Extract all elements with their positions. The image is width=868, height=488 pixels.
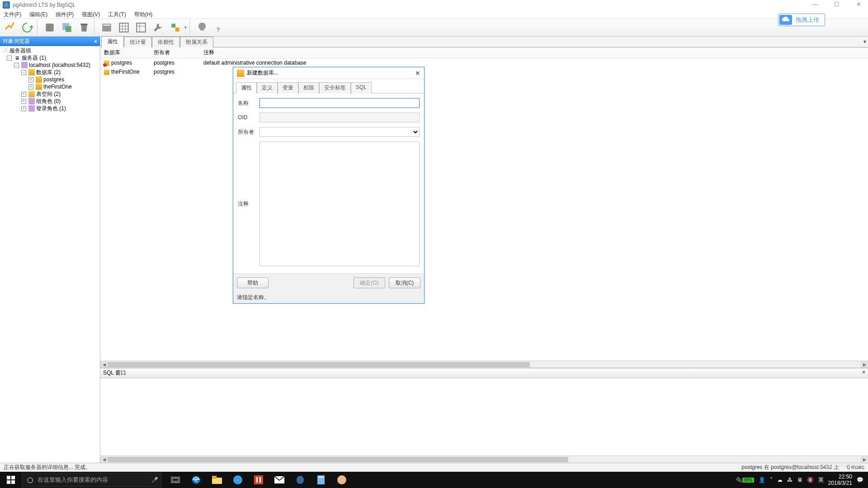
owner-select[interactable]: [259, 127, 420, 137]
comment-textarea[interactable]: [259, 141, 420, 266]
scroll-left-icon[interactable]: ◀: [100, 456, 108, 463]
taskbar-search[interactable]: ◯ 在这里输入你要搜索的内容 🎤: [22, 473, 162, 487]
expand-icon[interactable]: +: [21, 99, 26, 104]
cancel-button[interactable]: 取消(C): [389, 277, 420, 288]
panel-close-icon[interactable]: ×: [94, 38, 97, 45]
grid-body[interactable]: postgres postgres default administrative…: [100, 58, 868, 361]
dtab-privileges[interactable]: 权限: [298, 82, 319, 94]
scroll-right-icon[interactable]: ▶: [861, 456, 868, 463]
minimize-icon[interactable]: —: [809, 1, 821, 8]
tree-login-roles[interactable]: 登录角色 (1): [36, 105, 66, 113]
tb-hint-icon[interactable]: [194, 20, 210, 35]
tray-onedrive-icon[interactable]: ☁: [777, 477, 783, 483]
tree-db-firstone[interactable]: theFirstOne: [43, 84, 72, 90]
expand-icon[interactable]: +: [21, 92, 26, 97]
table-row[interactable]: postgres postgres default administrative…: [100, 58, 868, 67]
taskbar-clock[interactable]: 22:50 2018/3/21: [828, 474, 852, 487]
tab-statistics[interactable]: 统计量: [124, 37, 152, 47]
menu-tools[interactable]: 工具(T): [108, 11, 126, 19]
cortana-icon[interactable]: ◯: [22, 477, 38, 483]
menu-file[interactable]: 文件(F): [4, 11, 21, 19]
menu-edit[interactable]: 编辑(E): [29, 11, 47, 19]
tb-filter-icon[interactable]: [133, 20, 149, 35]
scroll-right-icon[interactable]: ▶: [861, 361, 868, 368]
tree-db-postgres[interactable]: postgres: [43, 76, 64, 83]
tb-plugin-icon[interactable]: [167, 20, 184, 35]
dtab-properties[interactable]: 属性: [236, 82, 257, 94]
horizontal-scrollbar[interactable]: ◀ ▶: [100, 455, 868, 463]
scrollbar-thumb[interactable]: [108, 457, 568, 462]
tab-properties[interactable]: 属性: [101, 36, 124, 47]
tree-tablespaces[interactable]: 表空间 (2): [36, 90, 61, 98]
menu-help[interactable]: 帮助(H): [134, 11, 153, 19]
dialog-close-icon[interactable]: ✕: [415, 70, 420, 77]
tb-properties-icon[interactable]: [42, 20, 58, 35]
tray-chevron-icon[interactable]: ˄: [770, 477, 773, 483]
tb-wrench-icon[interactable]: [150, 20, 166, 35]
app-icon-blue[interactable]: [228, 472, 248, 488]
start-button[interactable]: [2, 472, 20, 488]
edge-icon[interactable]: [186, 472, 206, 488]
menu-view[interactable]: 视图(V): [82, 11, 100, 19]
tree-group-roles[interactable]: 组角色 (0): [36, 98, 61, 105]
tb-connect-icon[interactable]: [2, 20, 18, 35]
dtab-security[interactable]: 安全标签: [319, 82, 351, 94]
maximize-icon[interactable]: ☐: [831, 1, 843, 8]
dtab-variables[interactable]: 变量: [278, 82, 298, 94]
scrollbar-thumb[interactable]: [108, 362, 530, 367]
tray-display-icon[interactable]: 🖥: [797, 477, 802, 483]
app-icon-red[interactable]: [249, 472, 269, 488]
expand-icon[interactable]: +: [21, 106, 26, 111]
col-database[interactable]: 数据库: [100, 47, 150, 58]
tb-delete-icon[interactable]: [76, 20, 92, 35]
mail-icon[interactable]: [269, 472, 289, 488]
expand-icon[interactable]: −: [14, 63, 19, 68]
dtab-definition[interactable]: 定义: [257, 82, 278, 94]
explorer-icon[interactable]: [207, 472, 227, 488]
tree-databases[interactable]: 数据库 (2): [36, 69, 61, 76]
dtab-sql[interactable]: SQL: [351, 82, 372, 94]
tree-localhost[interactable]: localhost (localhost:5432): [29, 62, 90, 68]
tb-refresh-icon[interactable]: [19, 20, 35, 35]
horizontal-scrollbar[interactable]: ◀ ▶: [100, 361, 868, 368]
name-input[interactable]: [259, 98, 420, 108]
menu-plugins[interactable]: 插件(P): [56, 11, 74, 19]
tray-people-icon[interactable]: 👤: [759, 477, 765, 483]
tabstrip-overflow-icon[interactable]: ▾: [863, 38, 866, 45]
tray-ime[interactable]: 英: [818, 476, 824, 484]
col-comment[interactable]: 注释: [200, 47, 868, 58]
tb-help-icon[interactable]: ?: [211, 20, 227, 35]
expand-icon[interactable]: −: [7, 56, 12, 61]
panel-close-icon[interactable]: ×: [862, 369, 865, 377]
tree-servers[interactable]: 服务器 (1): [22, 54, 46, 62]
tb-dropdown-arrow[interactable]: ▼: [184, 25, 188, 30]
tab-dependents[interactable]: 附属关系: [180, 37, 213, 47]
system-tray[interactable]: 🔌98% 👤 ˄ ☁ 🖧 🖥 🔇 英 22:50 2018/3/21 💬: [736, 474, 866, 487]
tb-new-icon[interactable]: [59, 20, 75, 35]
pgadmin-taskbar-icon[interactable]: [290, 472, 310, 488]
tb-grid-icon[interactable]: [116, 20, 132, 35]
expand-icon[interactable]: +: [28, 84, 33, 89]
taskview-icon[interactable]: [165, 472, 185, 488]
col-owner[interactable]: 所有者: [150, 47, 200, 58]
close-icon[interactable]: ✕: [853, 1, 864, 8]
tree-server-group[interactable]: 服务器组: [9, 47, 31, 55]
action-center-icon[interactable]: 💬: [857, 477, 863, 483]
sql-body[interactable]: [100, 378, 868, 455]
dialog-titlebar[interactable]: 新建数据库... ✕: [233, 67, 424, 79]
object-tree[interactable]: 📄服务器组 −🖥服务器 (1) −localhost (localhost:54…: [0, 46, 100, 463]
app-icon-orange[interactable]: [332, 472, 352, 488]
help-button[interactable]: 帮助: [237, 277, 269, 288]
scroll-left-icon[interactable]: ◀: [100, 361, 108, 368]
cloud-upload-button[interactable]: 拖拽上传: [778, 14, 825, 26]
tray-volume-icon[interactable]: 🔇: [807, 477, 814, 483]
expand-icon[interactable]: −: [21, 70, 26, 75]
tab-dependencies[interactable]: 依赖性: [152, 37, 180, 47]
expand-icon[interactable]: +: [28, 77, 33, 82]
notepad-icon[interactable]: [311, 472, 331, 488]
table-row[interactable]: theFirstOne postgres: [100, 67, 868, 76]
tray-network-icon[interactable]: 🖧: [787, 477, 793, 483]
tb-sql-icon[interactable]: [99, 20, 115, 35]
battery-icon[interactable]: 🔌98%: [736, 477, 754, 483]
microphone-icon[interactable]: 🎤: [148, 477, 161, 483]
